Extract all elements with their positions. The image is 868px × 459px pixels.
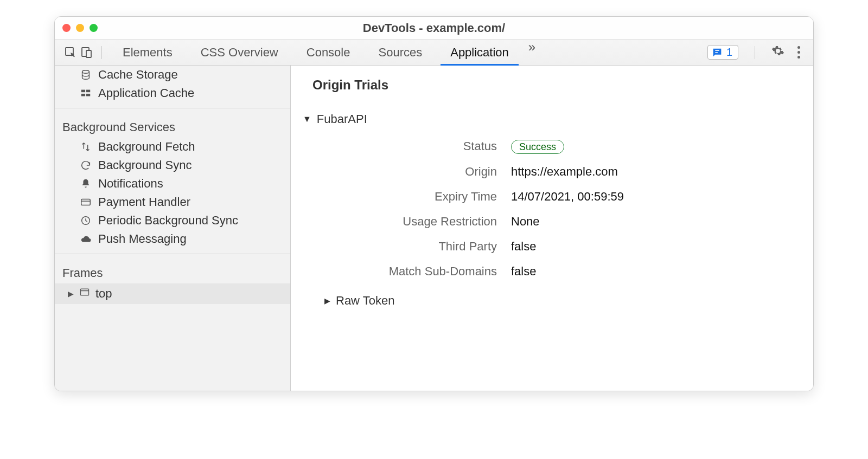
close-window-button[interactable] [62,24,71,32]
issues-button[interactable]: 1 [707,45,738,60]
window-title: DevTools - example.com/ [55,21,813,35]
field-value-usage: None [511,215,792,229]
svg-rect-2 [86,50,91,57]
issues-count: 1 [726,46,732,59]
field-label-status: Status [334,139,497,154]
sidebar-periodic-sync[interactable]: Periodic Background Sync [55,211,290,230]
sidebar-label: Background Fetch [98,140,195,154]
toolbar-divider [101,46,102,59]
sidebar-notifications[interactable]: Notifications [55,174,290,193]
sidebar-label: Cache Storage [98,68,178,82]
swap-icon [80,141,92,153]
expand-triangle-icon[interactable]: ▶ [68,289,74,298]
toolbar-divider [755,46,755,59]
sidebar-label: Push Messaging [98,232,187,246]
sidebar-label: Application Cache [98,86,194,100]
tab-elements[interactable]: Elements [108,40,187,65]
panel-heading: Origin Trials [312,77,792,93]
raw-token-label: Raw Token [336,294,394,308]
expand-triangle-icon: ▶ [324,296,330,305]
zoom-window-button[interactable] [90,24,98,32]
collapse-triangle-icon: ▼ [303,114,311,124]
tab-console[interactable]: Console [292,40,365,65]
svg-rect-4 [81,90,85,93]
card-icon [80,196,92,208]
svg-point-3 [82,70,90,74]
application-sidebar: Cache Storage Application Cache Backgrou… [55,66,291,391]
grid-icon [80,87,92,99]
settings-icon[interactable] [771,44,784,61]
tab-css-overview[interactable]: CSS Overview [187,40,292,65]
frame-label: top [95,287,112,301]
inspect-element-icon[interactable] [62,44,79,61]
window-icon [79,287,90,301]
field-value-expiry: 14/07/2021, 00:59:59 [511,190,792,204]
tabs-overflow-icon[interactable]: » [523,40,541,65]
field-label-expiry: Expiry Time [334,190,497,204]
sidebar-push-messaging[interactable]: Push Messaging [55,230,290,248]
database-icon [80,69,92,81]
trial-fields: Status Success Origin https://example.co… [334,139,792,279]
field-label-match-sub: Match Sub-Domains [334,264,497,279]
field-value-third-party: false [511,240,792,254]
trial-toggle[interactable]: ▼ FubarAPI [303,112,792,126]
tab-application[interactable]: Application [436,40,523,65]
sidebar-label: Periodic Background Sync [98,214,238,228]
message-icon [711,47,723,59]
main-toolbar: Elements CSS Overview Console Sources Ap… [55,40,813,66]
panel-tabs: Elements CSS Overview Console Sources Ap… [108,40,707,65]
sidebar-section-background: Background Services [55,114,290,138]
clock-icon [80,215,92,227]
titlebar: DevTools - example.com/ [55,17,813,40]
field-value-match-sub: false [511,264,792,279]
svg-rect-11 [81,289,89,295]
status-badge: Success [511,140,564,154]
field-label-origin: Origin [334,165,497,179]
sidebar-label: Payment Handler [98,195,190,209]
minimize-window-button[interactable] [76,24,84,32]
sidebar-background-sync[interactable]: Background Sync [55,156,290,174]
field-value-origin: https://example.com [511,165,792,179]
more-menu-icon[interactable] [794,46,803,59]
svg-rect-6 [81,94,85,96]
trial-name: FubarAPI [317,112,367,126]
sync-icon [80,159,92,171]
frame-top[interactable]: ▶ top [55,283,290,304]
sidebar-payment-handler[interactable]: Payment Handler [55,193,290,211]
field-label-third-party: Third Party [334,240,497,254]
raw-token-toggle[interactable]: ▶ Raw Token [324,294,792,308]
sidebar-application-cache[interactable]: Application Cache [55,84,290,102]
svg-rect-5 [86,90,90,93]
tab-sources[interactable]: Sources [364,40,436,65]
sidebar-label: Background Sync [98,158,192,172]
svg-rect-7 [86,94,90,96]
field-label-usage: Usage Restriction [334,215,497,229]
devtools-window: DevTools - example.com/ Elements CSS Ove… [54,16,814,391]
svg-rect-8 [81,199,91,205]
sidebar-label: Notifications [98,177,163,191]
traffic-lights [62,24,98,32]
main-panel: Origin Trials ▼ FubarAPI Status Success … [291,66,813,391]
bell-icon [80,178,92,190]
device-toggle-icon[interactable] [79,44,95,61]
sidebar-section-frames: Frames [55,260,290,283]
sidebar-cache-storage[interactable]: Cache Storage [55,66,290,84]
sidebar-background-fetch[interactable]: Background Fetch [55,138,290,156]
cloud-icon [80,233,92,245]
